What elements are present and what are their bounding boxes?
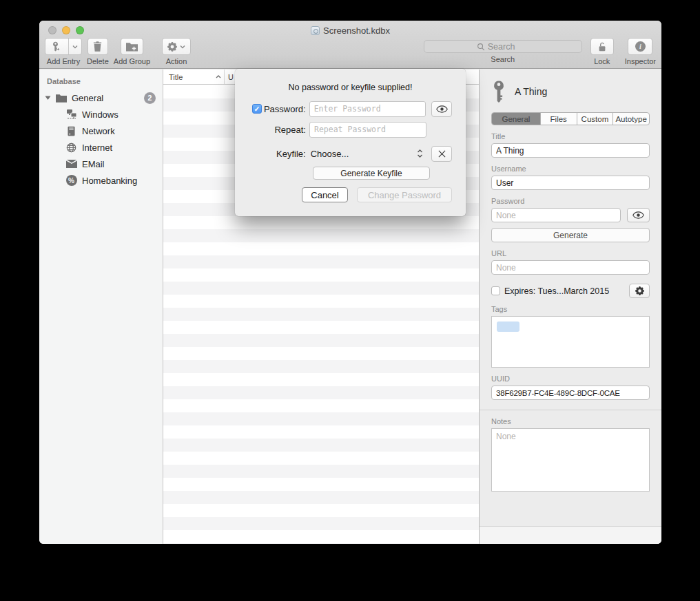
key-icon bbox=[491, 80, 506, 103]
sidebar-group-general[interactable]: General 2 bbox=[39, 89, 163, 106]
lock-open-icon bbox=[597, 41, 607, 52]
search-box[interactable] bbox=[424, 40, 582, 53]
sidebar-item-windows[interactable]: Windows bbox=[39, 106, 163, 123]
uuid-label: UUID bbox=[491, 375, 650, 383]
entry-count-badge: 2 bbox=[144, 92, 156, 104]
column-header-username[interactable]: U bbox=[225, 73, 234, 81]
dialog-repeat-label: Repeat: bbox=[274, 125, 306, 135]
sidebar-item-email[interactable]: EMail bbox=[39, 156, 163, 172]
password-field-label: Password bbox=[491, 197, 650, 205]
window-title: Screenshot.kdbx bbox=[323, 25, 390, 36]
window-header: Screenshot.kdbx Add Entry bbox=[39, 21, 661, 69]
notes-label: Notes bbox=[491, 417, 650, 425]
window-title-bar: Screenshot.kdbx bbox=[39, 25, 661, 36]
dialog-password-input[interactable] bbox=[309, 101, 426, 117]
key-plus-icon bbox=[45, 39, 65, 54]
sidebar-item-network[interactable]: Network bbox=[39, 123, 163, 139]
gear-icon bbox=[167, 42, 177, 52]
gear-icon bbox=[635, 286, 644, 295]
title-field[interactable] bbox=[491, 143, 650, 158]
action-tool: Action bbox=[162, 38, 191, 65]
add-entry-label: Add Entry bbox=[47, 57, 80, 65]
tab-files[interactable]: Files bbox=[541, 113, 577, 125]
inspector-panel: A Thing General Files Custom Autotype Ti… bbox=[479, 70, 661, 544]
eye-icon bbox=[632, 211, 644, 219]
eye-icon bbox=[436, 105, 448, 113]
notes-field[interactable] bbox=[491, 428, 650, 492]
tab-general[interactable]: General bbox=[492, 113, 541, 125]
server-icon bbox=[65, 125, 77, 137]
sidebar-item-homebanking[interactable]: % Homebanking bbox=[39, 172, 163, 189]
delete-tool: Delete bbox=[87, 38, 109, 65]
dialog-keyfile-label: Keyfile: bbox=[276, 149, 306, 159]
sidebar-item-label: Homebanking bbox=[82, 176, 137, 186]
dialog-reveal-password-button[interactable] bbox=[431, 101, 452, 117]
dialog-message: No password or keyfile supplied! bbox=[235, 69, 466, 92]
search-icon bbox=[477, 43, 485, 51]
password-checkbox[interactable]: ✓ bbox=[252, 104, 262, 114]
add-entry-dropdown[interactable] bbox=[68, 39, 81, 54]
inspector-tool: i Inspector bbox=[625, 38, 656, 65]
add-entry-button[interactable] bbox=[45, 38, 82, 55]
sidebar-item-label: Windows bbox=[82, 109, 119, 120]
divider bbox=[480, 410, 661, 410]
entry-title: A Thing bbox=[515, 86, 547, 97]
lock-label: Lock bbox=[594, 57, 610, 65]
expires-label: Expires: Tues...March 2015 bbox=[504, 286, 609, 296]
cancel-button[interactable]: Cancel bbox=[302, 187, 348, 202]
username-field-label: Username bbox=[491, 165, 650, 173]
column-username-label: U bbox=[228, 73, 234, 81]
sort-ascending-icon bbox=[216, 75, 221, 78]
add-group-button[interactable] bbox=[121, 38, 143, 55]
search-tool: Search bbox=[424, 38, 582, 63]
keyfile-popup-button[interactable]: Choose... bbox=[309, 149, 426, 159]
url-field[interactable] bbox=[491, 260, 650, 275]
action-button[interactable] bbox=[162, 38, 191, 55]
inspector-button[interactable]: i bbox=[628, 38, 652, 55]
envelope-icon bbox=[65, 158, 77, 170]
delete-button[interactable] bbox=[88, 38, 108, 55]
sidebar: Database General 2 Windows bbox=[39, 70, 163, 544]
column-header-title[interactable]: Title bbox=[163, 70, 225, 84]
document-icon bbox=[311, 26, 320, 35]
entry-header: A Thing bbox=[491, 79, 650, 104]
username-field[interactable] bbox=[491, 176, 650, 190]
trash-icon bbox=[93, 41, 102, 52]
globe-icon bbox=[65, 142, 77, 154]
expires-settings-button[interactable] bbox=[629, 284, 650, 298]
delete-label: Delete bbox=[87, 57, 109, 65]
dialog-repeat-input[interactable] bbox=[309, 122, 426, 138]
inspector-tabs: General Files Custom Autotype bbox=[491, 112, 650, 125]
inspector-label: Inspector bbox=[625, 57, 656, 65]
expires-row: Expires: Tues...March 2015 bbox=[491, 284, 650, 298]
column-title-label: Title bbox=[169, 73, 183, 81]
search-input[interactable] bbox=[488, 42, 529, 52]
password-field[interactable] bbox=[491, 208, 621, 222]
popup-chevrons-icon bbox=[417, 149, 423, 158]
lock-tool: Lock bbox=[590, 38, 614, 65]
sidebar-item-internet[interactable]: Internet bbox=[39, 139, 163, 156]
expires-checkbox[interactable] bbox=[491, 286, 500, 295]
sidebar-item-label: EMail bbox=[82, 159, 105, 169]
generate-password-button[interactable]: Generate bbox=[491, 228, 650, 242]
chevron-down-icon bbox=[180, 45, 185, 49]
tab-custom[interactable]: Custom bbox=[577, 113, 614, 125]
lock-button[interactable] bbox=[590, 38, 614, 55]
sidebar-section-header: Database bbox=[39, 75, 163, 89]
folder-icon bbox=[55, 92, 67, 104]
clear-keyfile-button[interactable] bbox=[431, 146, 452, 162]
percent-icon: % bbox=[65, 175, 77, 187]
add-entry-tool: Add Entry bbox=[45, 38, 82, 65]
change-password-dialog: No password or keyfile supplied! ✓ Passw… bbox=[235, 69, 466, 216]
reveal-password-button[interactable] bbox=[627, 208, 650, 222]
change-password-button[interactable]: Change Password bbox=[357, 187, 452, 202]
uuid-field[interactable] bbox=[491, 386, 650, 400]
tags-box[interactable] bbox=[491, 316, 650, 368]
tag-pill[interactable] bbox=[497, 321, 519, 332]
add-group-label: Add Group bbox=[114, 57, 150, 65]
tab-autotype[interactable]: Autotype bbox=[613, 113, 649, 125]
workgroup-icon bbox=[65, 109, 77, 120]
title-field-label: Title bbox=[491, 132, 650, 140]
generate-keyfile-button[interactable]: Generate Keyfile bbox=[313, 167, 430, 180]
disclosure-triangle-icon[interactable] bbox=[45, 95, 53, 101]
